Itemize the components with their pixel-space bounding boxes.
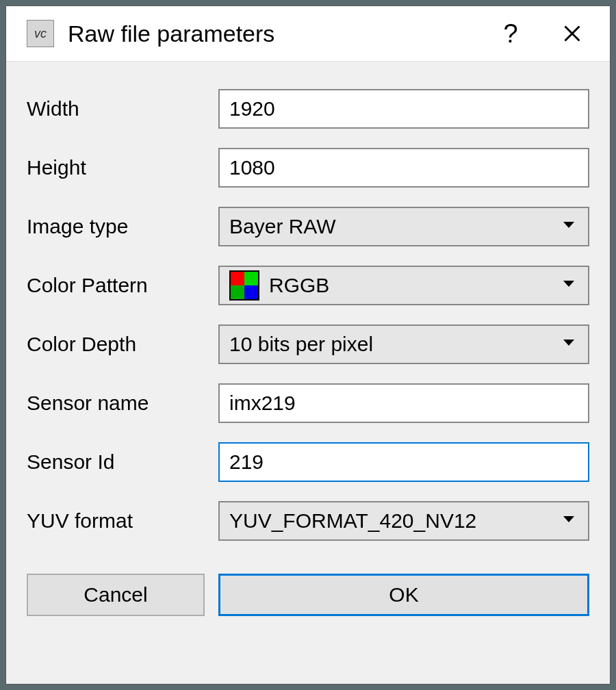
sensor-name-row: Sensor name — [27, 383, 589, 423]
yuv-format-combo[interactable]: YUV_FORMAT_420_NV12 — [218, 501, 589, 541]
rggb-icon — [229, 270, 259, 301]
image-type-label: Image type — [27, 215, 205, 238]
color-depth-label: Color Depth — [27, 333, 205, 356]
button-row: Cancel OK — [27, 574, 589, 616]
sensor-id-row: Sensor Id — [27, 442, 589, 482]
width-input[interactable] — [218, 89, 589, 129]
sensor-name-input[interactable] — [218, 383, 589, 423]
titlebar: vc Raw file parameters ? — [6, 6, 610, 61]
cancel-button[interactable]: Cancel — [27, 574, 205, 616]
image-type-row: Image type Bayer RAW — [27, 207, 589, 246]
height-row: Height — [27, 148, 589, 188]
raw-file-parameters-dialog: vc Raw file parameters ? Width Height Im… — [5, 5, 611, 685]
height-input[interactable] — [218, 148, 589, 188]
yuv-format-row: YUV format YUV_FORMAT_420_NV12 — [27, 501, 589, 541]
dialog-content: Width Height Image type Bayer RAW Color … — [6, 61, 610, 684]
color-pattern-label: Color Pattern — [27, 274, 205, 297]
image-type-combo[interactable]: Bayer RAW — [218, 207, 589, 246]
color-pattern-combo[interactable]: RGGB — [218, 266, 589, 305]
chevron-down-icon — [562, 338, 576, 350]
sensor-id-input[interactable] — [218, 442, 589, 482]
dialog-title: Raw file parameters — [68, 21, 473, 47]
close-button[interactable] — [548, 13, 596, 54]
image-type-value: Bayer RAW — [229, 215, 578, 238]
color-depth-row: Color Depth 10 bits per pixel — [27, 324, 589, 364]
sensor-id-label: Sensor Id — [27, 450, 205, 474]
chevron-down-icon — [562, 515, 576, 527]
ok-button[interactable]: OK — [218, 574, 589, 616]
width-label: Width — [27, 97, 205, 120]
chevron-down-icon — [562, 220, 576, 233]
height-label: Height — [27, 156, 205, 179]
color-pattern-row: Color Pattern RGGB — [27, 266, 589, 305]
color-depth-value: 10 bits per pixel — [229, 333, 578, 356]
app-icon: vc — [27, 20, 54, 47]
help-button[interactable]: ? — [487, 13, 535, 54]
yuv-format-label: YUV format — [27, 509, 205, 533]
color-pattern-value: RGGB — [269, 274, 578, 297]
sensor-name-label: Sensor name — [27, 392, 205, 415]
yuv-format-value: YUV_FORMAT_420_NV12 — [229, 509, 578, 533]
close-icon — [563, 24, 582, 43]
color-depth-combo[interactable]: 10 bits per pixel — [218, 324, 589, 364]
width-row: Width — [27, 89, 589, 129]
chevron-down-icon — [562, 279, 576, 292]
